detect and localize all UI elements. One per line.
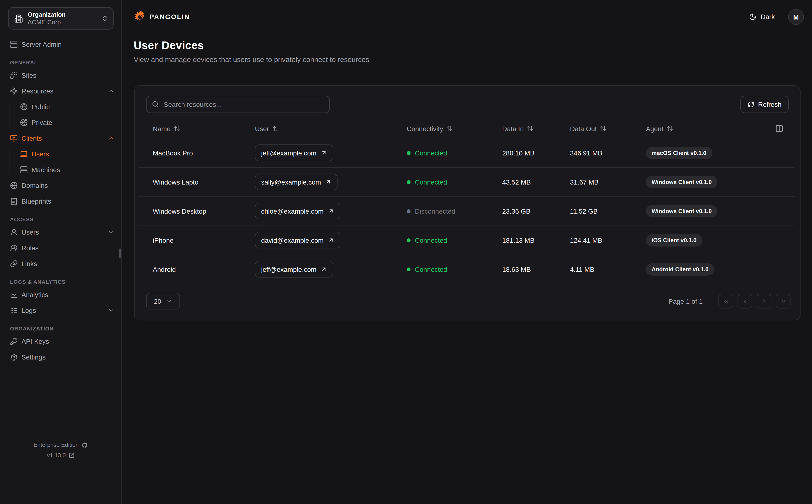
sidebar-item-label: Public: [31, 103, 115, 110]
refresh-button[interactable]: Refresh: [740, 96, 789, 113]
user-link-button[interactable]: jeff@example.com: [255, 261, 333, 278]
column-header-data-in[interactable]: Data In: [502, 125, 570, 132]
prev-page-button[interactable]: [738, 294, 752, 309]
user-link-button[interactable]: chloe@example.com: [255, 203, 340, 219]
chevrons-right-icon: [780, 298, 786, 304]
sidebar-item-server-admin[interactable]: Server Admin: [6, 36, 115, 52]
data-in-cell: 23.36 GB: [502, 207, 570, 215]
sidebar-item-label: Roles: [21, 244, 115, 252]
user-email: jeff@example.com: [261, 149, 317, 157]
globe-icon: [20, 103, 28, 110]
sidebar-item-roles[interactable]: Roles: [6, 240, 115, 256]
arrow-up-right-icon: [321, 150, 327, 156]
column-visibility-button[interactable]: [775, 124, 783, 133]
status-dot-icon: [407, 151, 411, 155]
table-header-row: NameUserConnectivityData InData OutAgent: [135, 119, 800, 138]
next-page-button[interactable]: [757, 294, 771, 309]
sidebar-item-sites[interactable]: Sites: [6, 67, 115, 83]
agent-cell: Windows Client v0.1.0: [646, 176, 760, 188]
last-page-button[interactable]: [776, 294, 791, 309]
chevrons-up-down-icon: [101, 15, 108, 22]
agent-badge: macOS Client v0.1.0: [646, 147, 712, 159]
chevron-right-icon: [761, 298, 767, 304]
sidebar-item-logs[interactable]: Logs: [6, 302, 115, 318]
sidebar-item-label: Server Admin: [21, 40, 115, 48]
theme-toggle[interactable]: Dark: [749, 10, 775, 23]
user-link-button[interactable]: jeff@example.com: [255, 144, 333, 161]
user-avatar[interactable]: M: [788, 9, 804, 25]
connectivity-cell: Connected: [407, 236, 502, 244]
main-area: PANGOLIN Dark M User Devices View and ma…: [122, 0, 812, 504]
sidebar-item-label: Users: [31, 150, 115, 158]
column-header-connectivity[interactable]: Connectivity: [407, 125, 502, 132]
device-name-cell: Windows Lapto: [153, 178, 255, 186]
brand-name: PANGOLIN: [149, 13, 190, 21]
sidebar-item-public[interactable]: Public: [6, 99, 115, 114]
nav-sub-group: PublicPrivate: [6, 99, 115, 130]
edition-label: Enterprise Edition: [33, 440, 78, 450]
resources-icon: [10, 87, 18, 95]
data-out-cell: 346.91 MB: [570, 149, 646, 157]
column-header-name[interactable]: Name: [153, 125, 255, 132]
user-email: sally@example.com: [261, 178, 321, 186]
sidebar-item-links[interactable]: Links: [6, 256, 115, 271]
sort-icon: [272, 125, 279, 132]
page-size-select[interactable]: 20: [146, 293, 180, 309]
column-header-agent[interactable]: Agent: [646, 125, 760, 132]
nav-section-label: LOGS & ANALYTICS: [10, 277, 115, 287]
edition-link[interactable]: Enterprise Edition: [0, 440, 121, 450]
sidebar-item-settings[interactable]: Settings: [6, 349, 115, 365]
user-email: jeff@example.com: [261, 265, 317, 273]
sidebar-item-analytics[interactable]: Analytics: [6, 287, 115, 302]
sidebar-item-private[interactable]: Private: [6, 114, 115, 130]
brand[interactable]: PANGOLIN: [134, 10, 190, 23]
arrow-up-right-icon: [321, 266, 327, 272]
connectivity-cell: Connected: [407, 149, 502, 157]
sidebar-item-label: Blueprints: [21, 197, 115, 205]
sidebar-item-users[interactable]: Users: [6, 146, 115, 162]
sidebar-item-machines[interactable]: Machines: [6, 162, 115, 177]
sidebar-item-label: Logs: [21, 306, 104, 314]
data-in-cell: 18.63 MB: [502, 265, 570, 273]
data-in-cell: 43.52 MB: [502, 178, 570, 186]
sidebar-item-api-keys[interactable]: API Keys: [6, 333, 115, 349]
sidebar: Organization ACME Corp. Server AdminGENE…: [0, 0, 122, 504]
user-link-button[interactable]: david@example.com: [255, 232, 340, 248]
sidebar-item-users[interactable]: Users: [6, 224, 115, 240]
org-selector[interactable]: Organization ACME Corp.: [8, 7, 114, 30]
sidebar-item-clients[interactable]: Clients: [6, 130, 115, 146]
table-row: MacBook Projeff@example.comConnected280.…: [135, 138, 800, 167]
sort-icon: [174, 125, 180, 132]
user-cell: jeff@example.com: [255, 261, 407, 278]
column-header-data-out[interactable]: Data Out: [570, 125, 646, 132]
status-dot-icon: [407, 180, 411, 184]
sidebar-item-blueprints[interactable]: Blueprints: [6, 193, 115, 209]
analytics-icon: [10, 291, 18, 298]
sidebar-item-label: API Keys: [21, 337, 115, 345]
chevron-up-icon: [108, 135, 114, 141]
sidebar-item-resources[interactable]: Resources: [6, 83, 115, 99]
nav-section-label: ORGANIZATION: [10, 324, 115, 333]
table-footer: 20 Page 1 of 1: [146, 292, 791, 311]
table-toolbar: Refresh: [146, 96, 789, 113]
sidebar-item-domains[interactable]: Domains: [6, 177, 115, 193]
first-page-button[interactable]: [719, 294, 733, 309]
building-icon: [14, 14, 23, 23]
settings-icon: [10, 353, 18, 361]
version-label: v1.13.0: [47, 450, 66, 461]
chevron-down-icon: [108, 229, 114, 235]
table-header-tools: [760, 124, 789, 133]
sidebar-scrollbar[interactable]: [119, 248, 121, 258]
column-header-user[interactable]: User: [255, 125, 407, 132]
org-selector-texts: Organization ACME Corp.: [28, 11, 96, 26]
globe-icon: [10, 181, 18, 189]
user-link-button[interactable]: sally@example.com: [255, 174, 338, 190]
search-input[interactable]: [146, 96, 330, 113]
chevrons-left-icon: [723, 298, 729, 304]
user-cell: jeff@example.com: [255, 144, 407, 161]
users-icon: [10, 244, 18, 252]
agent-badge: Android Client v0.1.0: [646, 263, 714, 275]
version-link[interactable]: v1.13.0: [0, 450, 121, 461]
agent-badge: Windows Client v0.1.0: [646, 205, 718, 217]
pangolin-logo-icon: [134, 10, 146, 23]
